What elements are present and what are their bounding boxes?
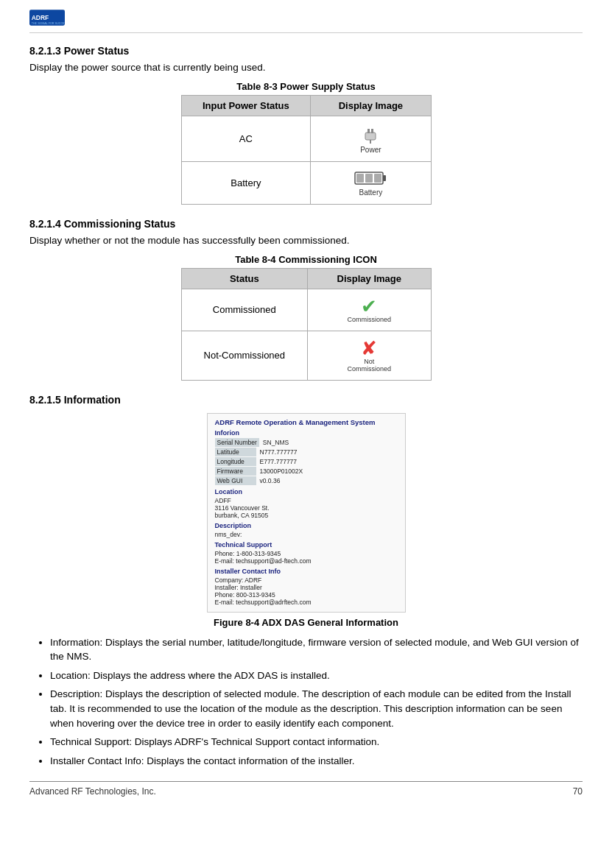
svg-rect-5	[371, 129, 373, 133]
bullet-list-8215: Information: Displays the serial number,…	[50, 635, 583, 769]
section-8215: 8.2.1.5 Information ADRF Remote Operatio…	[29, 394, 583, 769]
adrf-logo-icon: ADRF THE SIGNAL FOR SUCCESS	[29, 7, 65, 28]
status-commissioned: Commissioned	[181, 289, 308, 331]
info-desc-title: Description	[215, 522, 398, 529]
sys-title: ADRF Remote Operation & Management Syste…	[215, 418, 398, 426]
info-section-inforion: Inforion	[215, 429, 398, 437]
heading-8214: 8.2.1.4 Commissioning Status	[29, 218, 583, 230]
table-row: Not-Commissioned ✘ NotCommissioned	[181, 331, 431, 380]
table-row: Commissioned ✔ Commissioned	[181, 289, 431, 331]
footer-right: 70	[573, 786, 583, 797]
info-location-title: Location	[215, 488, 398, 495]
info-installer-block: Company: ADRFInstaller: InstallerPhone: …	[215, 576, 398, 606]
power-label: Power	[360, 146, 381, 154]
col-display-image-power: Display Image	[311, 95, 431, 116]
power-plug-icon	[358, 124, 383, 144]
figure-container-8-4: ADRF Remote Operation & Management Syste…	[29, 413, 583, 628]
table-row: AC Power	[181, 116, 431, 161]
section-8214: 8.2.1.4 Commissioning Status Display whe…	[29, 218, 583, 381]
svg-text:THE SIGNAL FOR SUCCESS: THE SIGNAL FOR SUCCESS	[32, 22, 65, 25]
svg-text:ADRF: ADRF	[32, 14, 49, 21]
info-installer-title: Installer Contact Info	[215, 568, 398, 575]
info-location-block: ADFF3116 Vancouver St.burbank, CA 91505	[215, 497, 398, 519]
commissioned-icon-cell: ✔ Commissioned	[320, 297, 418, 323]
info-row-webgui: Web GUI v0.0.36	[215, 476, 398, 485]
info-tech-block: Phone: 1-800-313-9345E-mail: techsupport…	[215, 550, 398, 565]
list-item: Installer Contact Info: Displays the con…	[50, 754, 583, 769]
svg-rect-8	[383, 175, 386, 181]
battery-svg-icon	[354, 169, 387, 187]
power-icon-cell: Power	[323, 124, 418, 154]
list-item: Description: Displays the description of…	[50, 687, 583, 730]
footer-left: Advanced RF Technologies, Inc.	[29, 786, 156, 797]
heading-8215: 8.2.1.5 Information	[29, 394, 583, 406]
list-item: Information: Displays the serial number,…	[50, 635, 583, 664]
col-status: Status	[181, 268, 308, 289]
logo-box: ADRF THE SIGNAL FOR SUCCESS	[29, 7, 65, 28]
svg-rect-3	[365, 133, 376, 140]
info-row-serial: Serial Number SN_NMS	[215, 438, 398, 447]
commissioned-icon-label: Commissioned	[348, 316, 392, 323]
status-battery: Battery	[181, 161, 311, 204]
battery-label: Battery	[359, 188, 383, 197]
col-input-power-status: Input Power Status	[181, 95, 311, 116]
info-row-lon: Longitude E777.777777	[215, 457, 398, 466]
battery-icon-cell: Battery	[323, 169, 418, 197]
table-8-3: Input Power Status Display Image AC Powe…	[181, 95, 432, 205]
checkmark-icon: ✔	[361, 297, 377, 316]
body-8213: Display the power source that is current…	[29, 61, 583, 75]
image-ac: Power	[311, 116, 431, 161]
svg-rect-4	[367, 129, 370, 133]
body-8214: Display whether or not the module has su…	[29, 234, 583, 248]
not-commissioned-icon-cell: ✘ NotCommissioned	[320, 339, 418, 373]
list-item: Location: Displays the address where the…	[50, 668, 583, 683]
svg-rect-11	[374, 174, 381, 183]
info-tech-title: Technical Support	[215, 541, 398, 548]
page-header: ADRF THE SIGNAL FOR SUCCESS	[29, 7, 583, 33]
info-screenshot: ADRF Remote Operation & Management Syste…	[207, 413, 406, 613]
svg-rect-10	[365, 174, 373, 183]
info-desc-block: nms_dev:	[215, 531, 398, 538]
info-row-firmware: Firmware 13000P01002X	[215, 467, 398, 476]
table-row: Battery Battery	[181, 161, 431, 204]
heading-8213: 8.2.1.3 Power Status	[29, 45, 583, 57]
section-8213: 8.2.1.3 Power Status Display the power s…	[29, 45, 583, 205]
info-row-lat: Latitude N777.777777	[215, 448, 398, 456]
col-display-image-comm: Display Image	[308, 268, 431, 289]
cross-icon: ✘	[361, 339, 377, 358]
table-8-4: Status Display Image Commissioned ✔ Comm…	[181, 268, 432, 381]
status-not-commissioned: Not-Commissioned	[181, 331, 308, 380]
list-item: Technical Support: Displays ADRF's Techn…	[50, 735, 583, 749]
not-commissioned-icon-label: NotCommissioned	[348, 358, 392, 373]
image-battery: Battery	[311, 161, 431, 204]
table-caption-8-4: Table 8-4 Commissioning ICON	[29, 254, 583, 265]
image-not-commissioned: ✘ NotCommissioned	[308, 331, 431, 380]
table-caption-8-3: Table 8-3 Power Supply Status	[29, 81, 583, 92]
status-ac: AC	[181, 116, 311, 161]
page-footer: Advanced RF Technologies, Inc. 70	[29, 781, 583, 797]
figure-caption-8-4: Figure 8-4 ADX DAS General Information	[29, 617, 583, 628]
image-commissioned: ✔ Commissioned	[308, 289, 431, 331]
svg-rect-9	[356, 174, 364, 183]
